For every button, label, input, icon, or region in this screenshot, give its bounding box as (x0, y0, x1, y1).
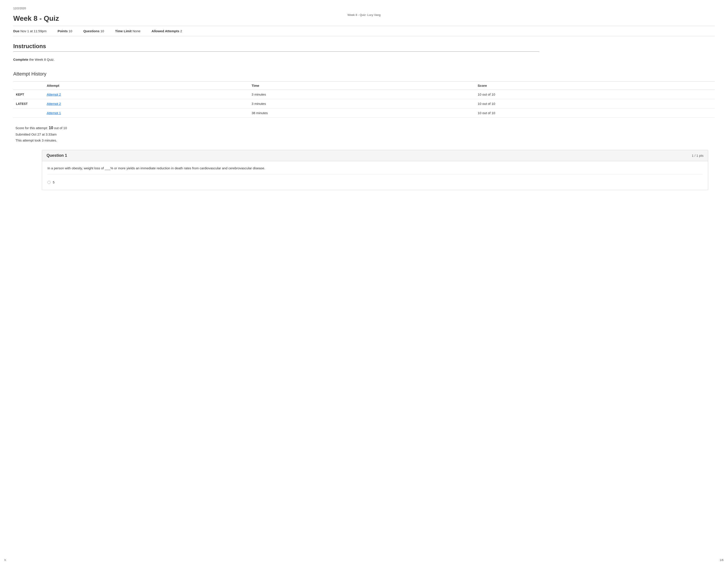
attempt-2-kept-link[interactable]: Attempt 2 (47, 92, 61, 96)
row-attempt-kept[interactable]: Attempt 2 (44, 90, 249, 99)
question-1-pts: 1 / 1 pts (692, 154, 704, 157)
score-prefix: Score for this attempt: (15, 126, 49, 130)
allowed-attempts-meta: Allowed Attempts 2 (152, 29, 182, 33)
row-score-latest: 10 out of 10 (475, 99, 715, 108)
questions-value-text: 10 (100, 29, 104, 33)
questions-meta: Questions 10 (83, 29, 104, 33)
col-header-score: Score (475, 81, 715, 90)
instructions-heading: Instructions (13, 43, 715, 50)
instructions-bold: Complete (13, 58, 28, 61)
question-1-title: Question 1 (47, 153, 67, 158)
row-time-1: 38 minutes (249, 108, 475, 118)
answer-label-5: 5 (53, 180, 54, 184)
instructions-rest: the Week 8 Quiz. (28, 58, 54, 61)
question-1-card: Question 1 1 / 1 pts In a person with ob… (42, 150, 708, 190)
row-time-latest: 3 minutes (249, 99, 475, 108)
due-meta: Due Nov 1 at 11:59pm (13, 29, 47, 33)
attempt-history-heading: Attempt History (13, 71, 715, 77)
attempt-2-latest-link[interactable]: Attempt 2 (47, 102, 61, 105)
table-row: KEPT Attempt 2 3 minutes 10 out of 10 (13, 90, 715, 99)
allowed-attempts-label: Allowed Attempts (152, 29, 179, 33)
row-attempt-latest[interactable]: Attempt 2 (44, 99, 249, 108)
due-label: Due (13, 29, 19, 33)
col-header-status (13, 81, 44, 90)
allowed-attempts-value-text: 2 (180, 29, 182, 33)
date-header: 12/2/2020 (13, 7, 715, 10)
page-center-title: Week 8 - Quiz: Lucy Vang (347, 13, 381, 17)
col-header-time: Time (249, 81, 475, 90)
score-bold: 10 (49, 126, 53, 130)
row-status-kept: KEPT (13, 90, 44, 99)
submitted-line: Submitted Oct 27 at 3:33am (15, 131, 715, 137)
time-limit-meta: Time Limit None (115, 29, 141, 33)
time-limit-label: Time Limit (115, 29, 132, 33)
points-label: Points (58, 29, 68, 33)
points-value-text: 10 (69, 29, 72, 33)
score-line: Score for this attempt: 10 out of 10 (15, 124, 715, 131)
answer-option-5: 5 (47, 179, 703, 185)
score-suffix: out of 10 (53, 126, 67, 130)
time-limit-value-text: None (133, 29, 141, 33)
instructions-text: Complete the Week 8 Quiz. (13, 57, 715, 62)
questions-label: Questions (83, 29, 99, 33)
duration-line: This attempt took 3 minutes. (15, 137, 715, 143)
score-summary: Score for this attempt: 10 out of 10 Sub… (13, 124, 715, 143)
table-row: Attempt 1 38 minutes 10 out of 10 (13, 108, 715, 118)
question-1-body: In a person with obesity, weight loss of… (42, 161, 708, 190)
question-1-header: Question 1 1 / 1 pts (42, 150, 708, 161)
table-row: LATEST Attempt 2 3 minutes 10 out of 10 (13, 99, 715, 108)
row-time-kept: 3 minutes (249, 90, 475, 99)
row-status-latest: LATEST (13, 99, 44, 108)
row-score-1: 10 out of 10 (475, 108, 715, 118)
attempt-history-table: Attempt Time Score KEPT Attempt 2 3 minu… (13, 81, 715, 118)
question-1-text: In a person with obesity, weight loss of… (47, 165, 703, 175)
points-meta: Points 10 (58, 29, 72, 33)
row-score-kept: 10 out of 10 (475, 90, 715, 99)
radio-icon (47, 181, 51, 184)
quiz-meta-bar: Due Nov 1 at 11:59pm Points 10 Questions… (13, 26, 715, 36)
col-header-attempt: Attempt (44, 81, 249, 90)
row-attempt-1[interactable]: Attempt 1 (44, 108, 249, 118)
instructions-divider (13, 51, 539, 52)
attempt-1-link[interactable]: Attempt 1 (47, 111, 61, 115)
due-value-text: Nov 1 at 11:59pm (21, 29, 47, 33)
row-status-1 (13, 108, 44, 118)
